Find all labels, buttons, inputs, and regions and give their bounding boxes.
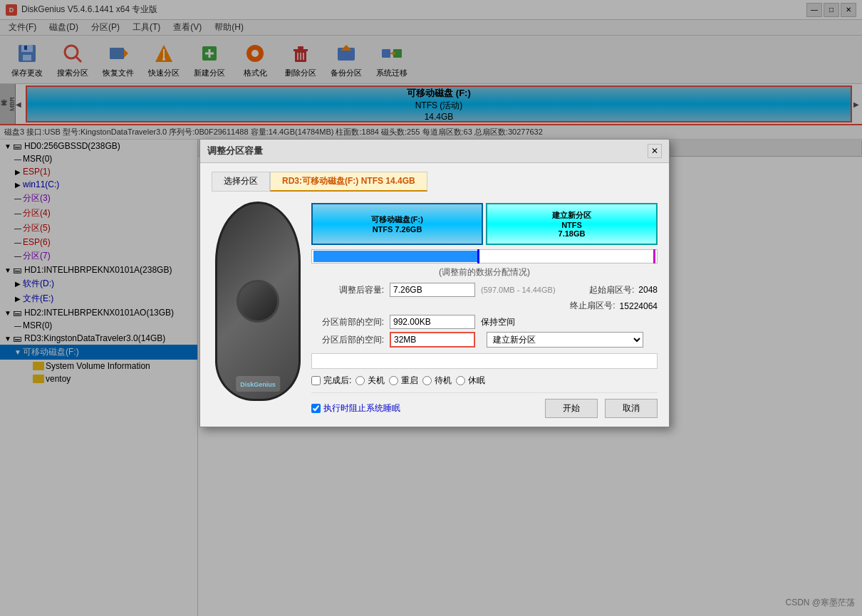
diskgenius-label: DiskGenius bbox=[236, 376, 280, 392]
form-section: 调整后容量: (597.0MB - 14.44GB) 起始扇区号: 2048 终… bbox=[311, 283, 658, 348]
after-space-input[interactable] bbox=[390, 332, 475, 348]
part-left-fs: NTFS 7.26GB bbox=[373, 225, 422, 234]
hibernate-option[interactable]: 休眠 bbox=[456, 375, 485, 387]
hibernate-label: 休眠 bbox=[468, 375, 485, 387]
new-part-select[interactable]: 建立新分区 bbox=[487, 332, 643, 348]
modal-action-buttons: 开始 取消 bbox=[545, 399, 658, 418]
completion-checkbox[interactable] bbox=[311, 376, 321, 385]
disk-image-area: DiskGenius bbox=[212, 199, 304, 404]
after-space-row: 分区后部的空间: 建立新分区 bbox=[311, 332, 658, 348]
standby-label: 待机 bbox=[435, 375, 452, 387]
modal-body: 选择分区 RD3:可移动磁盘(F:) NTFS 14.4GB DiskGeniu… bbox=[200, 163, 669, 427]
data-distribution-hint: (调整前的数据分配情况) bbox=[311, 266, 658, 278]
after-cap-input[interactable] bbox=[390, 283, 475, 297]
before-space-input[interactable] bbox=[390, 315, 475, 329]
standby-option[interactable]: 待机 bbox=[422, 375, 452, 387]
modal-footer: 执行时阻止系统睡眠 开始 取消 bbox=[311, 392, 658, 418]
modal-tabs: 选择分区 RD3:可移动磁盘(F:) NTFS 14.4GB bbox=[212, 172, 658, 192]
after-space-label: 分区后部的空间: bbox=[311, 334, 390, 346]
shutdown-label: 关机 bbox=[368, 375, 385, 387]
start-sector-value: 2048 bbox=[638, 285, 658, 295]
modal-content-area: DiskGenius 可移动磁盘(F:) NTFS 7.26GB 建立新分区 N… bbox=[212, 199, 658, 418]
tab-rd3[interactable]: RD3:可移动磁盘(F:) NTFS 14.4GB bbox=[270, 172, 427, 192]
prevent-sleep-checkbox-label[interactable]: 执行时阻止系统睡眠 bbox=[311, 402, 400, 414]
slider-end-handle[interactable] bbox=[653, 249, 655, 263]
part-left-label: 可移动磁盘(F:) bbox=[371, 214, 423, 225]
slider-fill bbox=[313, 251, 479, 262]
standby-radio[interactable] bbox=[422, 376, 432, 385]
completion-options: 完成后: 关机 重启 待机 bbox=[311, 375, 658, 387]
start-button[interactable]: 开始 bbox=[545, 399, 598, 418]
end-sector-row: 终止扇区号: 15224064 bbox=[311, 300, 658, 312]
keep-space-label: 保持空间 bbox=[481, 316, 515, 328]
modal-title: 调整分区容量 bbox=[207, 145, 263, 157]
prevent-sleep-label: 执行时阻止系统睡眠 bbox=[323, 402, 400, 414]
end-sector-value: 15224064 bbox=[620, 301, 658, 311]
start-sector-label: 起始扇区号: bbox=[589, 284, 634, 296]
completion-label: 完成后: bbox=[323, 375, 351, 387]
after-cap-label: 调整后容量: bbox=[311, 284, 390, 296]
shutdown-option[interactable]: 关机 bbox=[355, 375, 385, 387]
modal-titlebar: 调整分区容量 ✕ bbox=[200, 140, 669, 163]
slider-handle[interactable] bbox=[477, 249, 479, 263]
resize-partition-modal: 调整分区容量 ✕ 选择分区 RD3:可移动磁盘(F:) NTFS 14.4GB … bbox=[199, 139, 670, 427]
prevent-sleep-checkbox[interactable] bbox=[311, 404, 321, 413]
part-right-fs: NTFS bbox=[561, 221, 582, 229]
cancel-button[interactable]: 取消 bbox=[605, 399, 658, 418]
end-sector-label: 终止扇区号: bbox=[570, 300, 615, 312]
part-right-size: 7.18GB bbox=[559, 229, 586, 238]
hibernate-radio[interactable] bbox=[456, 376, 465, 385]
modal-right-content: 可移动磁盘(F:) NTFS 7.26GB 建立新分区 NTFS 7.18GB bbox=[311, 199, 658, 418]
restart-option[interactable]: 重启 bbox=[389, 375, 418, 387]
completion-checkbox-label[interactable]: 完成后: bbox=[311, 375, 351, 387]
modal-close-button[interactable]: ✕ bbox=[648, 144, 662, 158]
disk-image: DiskGenius bbox=[215, 202, 301, 401]
slider-bar[interactable] bbox=[311, 249, 658, 263]
restart-label: 重启 bbox=[401, 375, 418, 387]
restart-radio[interactable] bbox=[389, 376, 398, 385]
part-box-left[interactable]: 可移动磁盘(F:) NTFS 7.26GB bbox=[311, 203, 483, 245]
tab-select-partition[interactable]: 选择分区 bbox=[212, 172, 270, 192]
progress-bar bbox=[311, 353, 658, 369]
partition-display-area: 可移动磁盘(F:) NTFS 7.26GB 建立新分区 NTFS 7.18GB bbox=[311, 203, 658, 245]
part-right-label: 建立新分区 bbox=[552, 210, 591, 221]
before-space-row: 分区前部的空间: 保持空间 bbox=[311, 315, 658, 329]
after-cap-range: (597.0MB - 14.44GB) bbox=[481, 286, 556, 294]
shutdown-radio[interactable] bbox=[355, 376, 365, 385]
before-space-label: 分区前部的空间: bbox=[311, 316, 390, 328]
part-box-right[interactable]: 建立新分区 NTFS 7.18GB bbox=[486, 203, 658, 245]
after-cap-row: 调整后容量: (597.0MB - 14.44GB) 起始扇区号: 2048 bbox=[311, 283, 658, 297]
disk-center bbox=[237, 280, 279, 323]
